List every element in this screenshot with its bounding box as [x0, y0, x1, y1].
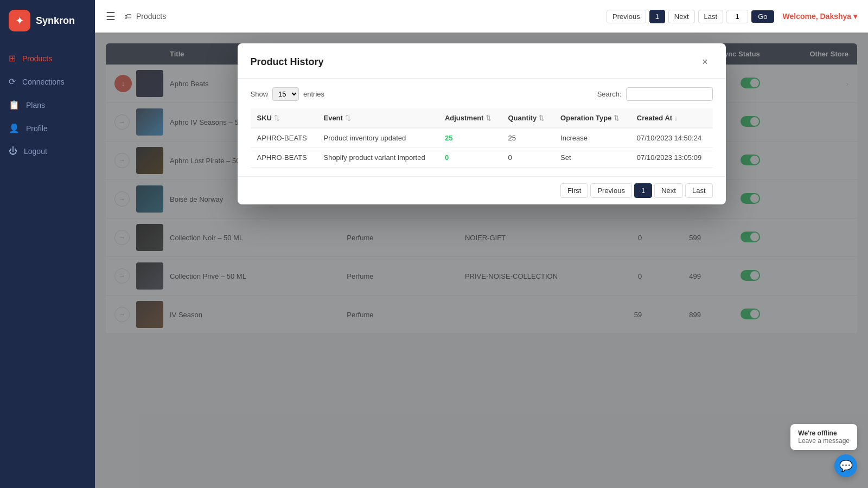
topbar-right: Previous 1 Next Last Go Welcome, Dakshya… [607, 10, 857, 23]
show-entries-control: Show 15 25 50 entries [251, 87, 325, 101]
hamburger-menu[interactable]: ☰ [106, 10, 116, 23]
show-label: Show [251, 90, 269, 98]
topbar: ☰ 🏷 Products Previous 1 Next Last Go Wel… [95, 0, 868, 33]
cell-operation-type: Increase [554, 128, 630, 148]
topbar-next-button[interactable]: Next [668, 10, 695, 23]
cell-adjustment: 0 [438, 148, 502, 168]
cell-quantity: 25 [501, 128, 554, 148]
pagination-first-button[interactable]: First [560, 183, 588, 198]
sidebar-item-logout-label: Logout [24, 147, 47, 156]
sidebar-item-plans[interactable]: 📋 Plans [0, 93, 95, 117]
topbar-left: ☰ 🏷 Products [106, 10, 166, 23]
col-operation-header: Operation Type ⇅ [554, 108, 630, 128]
sidebar-item-profile-label: Profile [26, 124, 48, 133]
history-table: SKU ⇅ Event ⇅ Adjustment ⇅ Quantity ⇅ Op… [251, 108, 713, 168]
col-created-header: Created At ↓ [630, 108, 713, 128]
search-box: Search: [597, 87, 713, 101]
sidebar-item-profile[interactable]: 👤 Profile [0, 117, 95, 140]
pagination-previous-button[interactable]: Previous [590, 183, 632, 198]
welcome-text[interactable]: Welcome, Dakshya ▾ [783, 12, 857, 21]
topbar-previous-button[interactable]: Previous [607, 10, 646, 23]
modal-title: Product History [251, 56, 324, 68]
pagination-last-button[interactable]: Last [685, 183, 713, 198]
page-navigation-bar: Previous 1 Next Last Go [607, 10, 774, 23]
topbar-page-input[interactable] [726, 10, 748, 23]
chat-widget: We're offline Leave a message 💬 [790, 424, 857, 477]
product-history-modal: Product History × Show 15 25 50 entries [238, 43, 726, 204]
breadcrumb: 🏷 Products [124, 12, 166, 21]
cell-sku: APHRO-BEATS [251, 128, 317, 148]
sidebar-item-logout[interactable]: ⏻ Logout [0, 140, 95, 163]
table-row: APHRO-BEATS Product inventory updated 25… [251, 128, 713, 148]
modal-close-button[interactable]: × [698, 54, 713, 69]
cell-adjustment: 25 [438, 128, 502, 148]
main-area: ☰ 🏷 Products Previous 1 Next Last Go Wel… [95, 0, 868, 488]
topbar-page-1-button[interactable]: 1 [649, 10, 665, 23]
cell-quantity: 0 [501, 148, 554, 168]
pagination-next-button[interactable]: Next [654, 183, 683, 198]
search-input[interactable] [626, 87, 713, 101]
content-area: Title Category SKU Qty Price Sync Status… [95, 33, 868, 488]
chat-offline-bubble: We're offline Leave a message [790, 424, 857, 450]
pagination-page-1-button[interactable]: 1 [634, 183, 652, 198]
cell-event: Product inventory updated [317, 128, 438, 148]
sidebar-item-products[interactable]: ⊞ Products [0, 47, 95, 70]
breadcrumb-icon: 🏷 [124, 12, 132, 21]
products-icon: ⊞ [9, 53, 16, 63]
sidebar-item-products-label: Products [22, 54, 52, 63]
sidebar-logo: ✦ Synkron [0, 0, 95, 41]
app-logo-icon: ✦ [9, 10, 30, 31]
profile-icon: 👤 [9, 123, 20, 133]
connections-icon: ⟳ [9, 76, 16, 87]
sidebar-item-plans-label: Plans [26, 101, 45, 110]
cell-operation-type: Set [554, 148, 630, 168]
app-name: Synkron [36, 15, 75, 27]
table-controls: Show 15 25 50 entries Search: [251, 87, 713, 101]
cell-created-at: 07/10/2023 14:50:24 [630, 128, 713, 148]
plans-icon: 📋 [9, 100, 20, 110]
cell-sku: APHRO-BEATS [251, 148, 317, 168]
logout-icon: ⏻ [9, 146, 17, 156]
welcome-dropdown-icon: ▾ [853, 12, 857, 21]
col-sku-header: SKU ⇅ [251, 108, 317, 128]
col-adjustment-header: Adjustment ⇅ [438, 108, 502, 128]
modal-header: Product History × [238, 43, 726, 79]
entries-suffix: entries [303, 90, 324, 98]
topbar-last-button[interactable]: Last [698, 10, 724, 23]
cell-event: Shopify product variant imported [317, 148, 438, 168]
breadcrumb-label: Products [136, 12, 166, 21]
modal-body: Show 15 25 50 entries Search: [238, 79, 726, 176]
modal-pagination: First Previous 1 Next Last [238, 176, 726, 204]
table-row: APHRO-BEATS Shopify product variant impo… [251, 148, 713, 168]
chat-offline-text: We're offline [798, 429, 850, 437]
col-quantity-header: Quantity ⇅ [501, 108, 554, 128]
chat-leave-message: Leave a message [798, 437, 850, 445]
sidebar-item-connections-label: Connections [22, 78, 65, 86]
col-event-header: Event ⇅ [317, 108, 438, 128]
entries-select[interactable]: 15 25 50 [272, 87, 299, 101]
topbar-go-button[interactable]: Go [751, 10, 774, 23]
sidebar: ✦ Synkron ⊞ Products ⟳ Connections 📋 Pla… [0, 0, 95, 488]
sidebar-navigation: ⊞ Products ⟳ Connections 📋 Plans 👤 Profi… [0, 41, 95, 488]
sidebar-item-connections[interactable]: ⟳ Connections [0, 70, 95, 93]
cell-created-at: 07/10/2023 13:05:09 [630, 148, 713, 168]
modal-overlay: Product History × Show 15 25 50 entries [95, 33, 868, 488]
search-label: Search: [597, 90, 622, 98]
chat-avatar-button[interactable]: 💬 [834, 454, 857, 477]
